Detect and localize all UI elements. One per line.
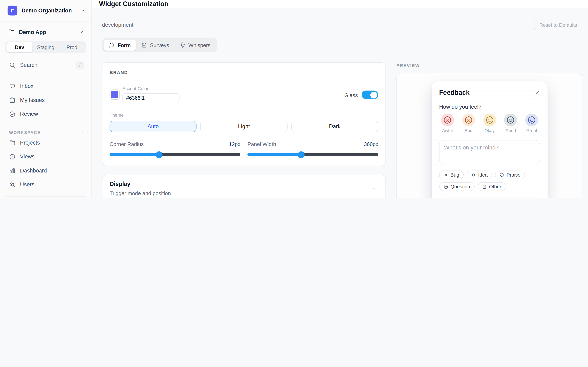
tab-surveys[interactable]: Surveys (136, 40, 174, 50)
theme-label: Theme (110, 113, 378, 118)
environment-switcher: Dev Staging Prod (5, 41, 86, 53)
chip-idea[interactable]: Idea (467, 171, 492, 179)
env-tab-dev[interactable]: Dev (6, 42, 33, 52)
workspace-section-header[interactable]: WORKSPACE (5, 130, 86, 135)
env-tab-prod[interactable]: Prod (59, 42, 85, 52)
tab-label: Surveys (150, 42, 169, 48)
corner-radius-label: Corner Radius (110, 141, 144, 147)
sidebar-item-my-issues[interactable]: My Issues (4, 94, 87, 106)
app-window: F Demo Organization Demo App Dev Staging… (0, 0, 588, 198)
accent-color-input[interactable] (122, 93, 180, 102)
section-title: Display (110, 181, 378, 188)
corner-radius-slider[interactable] (110, 153, 240, 156)
section-subtitle: Trigger mode and position (110, 190, 378, 196)
content: development Reset to Defaults Form Surve… (92, 8, 588, 198)
chip-bug[interactable]: Bug (439, 171, 464, 179)
nav-main: Inbox My Issues Review (4, 80, 87, 120)
chip-question[interactable]: Question (439, 182, 475, 191)
close-icon[interactable] (534, 90, 540, 96)
chat-bubble-icon (109, 42, 114, 48)
sidebar-item-label: Projects (20, 140, 84, 146)
accent-color-swatch[interactable] (110, 90, 120, 100)
search-shortcut-badge: / (76, 61, 84, 69)
nav-workspace: Projects Views Dashboard (4, 136, 87, 191)
check-circle-icon (9, 111, 15, 117)
document-icon (482, 184, 487, 189)
sidebar-item-review[interactable]: Review (4, 108, 87, 120)
mood-selector: Awful Bad (439, 114, 540, 133)
page-title: Widget Customization (99, 0, 168, 8)
sidebar-item-inbox[interactable]: Inbox (4, 80, 87, 92)
chip-label: Idea (478, 172, 488, 178)
config-column: BRAND Accent Color Glass (102, 62, 386, 198)
feedback-widget: Feedback How do you feel? (432, 81, 548, 198)
brand-section-title: BRAND (110, 70, 378, 75)
heart-icon (500, 173, 504, 177)
tab-whispers[interactable]: Whispers (174, 40, 216, 50)
chevron-down-icon (79, 130, 84, 135)
reset-to-defaults-button[interactable]: Reset to Defaults (534, 20, 582, 30)
section-display[interactable]: Display Trigger mode and position (102, 175, 386, 198)
glass-toggle[interactable] (362, 91, 378, 99)
mood-label: Okay (484, 128, 495, 133)
panel-width-label: Panel Width (247, 141, 276, 147)
chip-label: Other (489, 184, 501, 189)
smile-face-icon (504, 114, 517, 126)
bar-chart-icon (9, 167, 15, 174)
panel-width-value: 360px (364, 141, 378, 147)
sidebar-item-projects[interactable]: Projects (4, 136, 87, 149)
tab-label: Whispers (189, 42, 210, 48)
workspace-section-title: WORKSPACE (9, 130, 79, 135)
slider-fill (247, 153, 301, 156)
toggle-knob (370, 92, 377, 98)
send-button[interactable]: Send (439, 198, 540, 198)
sidebar-item-label: Inbox (20, 83, 84, 89)
folder-icon (9, 140, 15, 146)
sidebar: F Demo Organization Demo App Dev Staging… (0, 0, 92, 198)
corner-radius-value: 12px (229, 141, 240, 147)
chip-other[interactable]: Other (478, 182, 506, 191)
theme-auto-button[interactable]: Auto (110, 121, 197, 132)
mood-good[interactable]: Good (502, 114, 519, 133)
environment-label: development (102, 22, 534, 28)
sidebar-item-dashboard[interactable]: Dashboard (4, 164, 87, 177)
chip-label: Bug (450, 172, 459, 178)
theme-selector: Auto Light Dark (110, 121, 378, 132)
mood-great[interactable]: Great (523, 114, 540, 133)
theme-light-button[interactable]: Light (200, 121, 287, 132)
mood-label: Awful (442, 128, 453, 133)
clipboard-check-icon (141, 42, 147, 48)
org-switcher[interactable]: F Demo Organization (0, 0, 91, 22)
clipboard-list-icon (9, 97, 15, 103)
accent-color-label: Accent Color (122, 86, 180, 91)
sidebar-item-users[interactable]: Users (4, 178, 87, 191)
chip-praise[interactable]: Praise (495, 171, 525, 179)
feedback-message-input[interactable] (439, 140, 540, 164)
sidebar-item-label: Dashboard (20, 167, 84, 174)
slider-thumb[interactable] (298, 151, 304, 158)
users-icon (9, 181, 15, 188)
panel-width-slider[interactable] (247, 153, 378, 156)
env-tab-staging[interactable]: Staging (33, 42, 59, 52)
lightbulb-icon (471, 173, 476, 177)
app-name: Demo App (19, 29, 79, 35)
inbox-icon (9, 83, 15, 89)
tab-form[interactable]: Form (104, 40, 136, 50)
chevron-down-icon (79, 29, 84, 34)
frown-face-icon (462, 114, 475, 126)
search-button[interactable]: Search / (4, 58, 87, 71)
neutral-face-icon (483, 114, 496, 126)
slider-thumb[interactable] (156, 151, 163, 158)
main-area: Widget Customization development Reset t… (92, 0, 588, 198)
mood-awful[interactable]: Awful (439, 114, 456, 133)
chevron-down-icon (80, 8, 85, 13)
sidebar-item-views[interactable]: Views (4, 150, 87, 163)
mood-okay[interactable]: Okay (481, 114, 498, 133)
lightbulb-icon (180, 42, 185, 48)
app-switcher[interactable]: Demo App (4, 26, 87, 40)
mood-bad[interactable]: Bad (460, 114, 477, 133)
big-smile-face-icon (525, 114, 538, 126)
theme-dark-button[interactable]: Dark (291, 121, 378, 132)
slider-fill (110, 153, 159, 156)
sidebar-divider (5, 196, 86, 197)
